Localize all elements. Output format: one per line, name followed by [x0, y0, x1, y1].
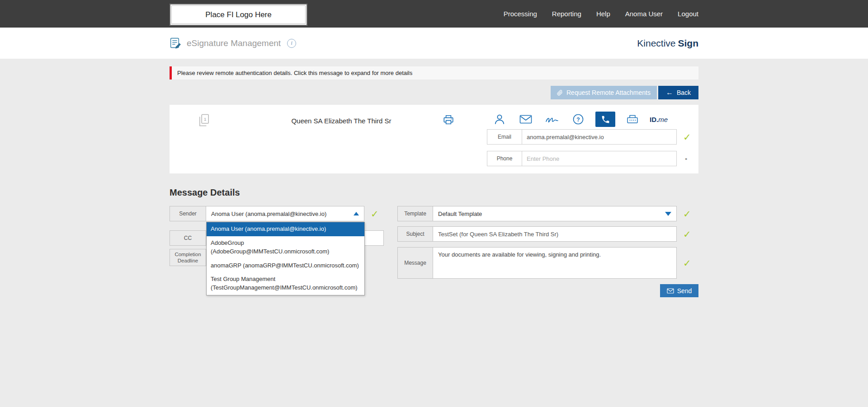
nav-processing[interactable]: Processing — [504, 10, 537, 18]
nav-user-menu[interactable]: Anoma User — [625, 10, 663, 18]
fi-logo-placeholder[interactable]: Place FI Logo Here — [170, 4, 307, 26]
subject-valid-check-icon: ✓ — [683, 229, 691, 239]
auth-fax-icon[interactable] — [623, 112, 642, 127]
sender-option-adobegroup[interactable]: AdobeGroup (AdobeGroup@IMMTestCU.onmicro… — [207, 236, 364, 259]
page-title: eSignature Management — [187, 38, 281, 48]
subject-label: Subject — [397, 226, 433, 242]
chevron-down-icon[interactable] — [665, 212, 671, 216]
back-label: Back — [677, 89, 691, 96]
top-navigation: Processing Reporting Help Anoma User Log… — [504, 0, 698, 28]
svg-text:1: 1 — [204, 117, 206, 122]
sender-valid-check-icon: ✓ — [371, 209, 379, 219]
phone-label: Phone — [487, 151, 522, 166]
phone-row: Phone • — [487, 151, 687, 166]
send-label: Send — [677, 287, 692, 295]
completion-deadline-label: Completion Deadline — [170, 249, 206, 266]
recipient-name: Queen SA Elizabeth The Third Sr — [274, 117, 409, 125]
message-label: Message — [397, 247, 433, 279]
document-stack-icon: 1 — [198, 114, 209, 126]
sender-label: Sender — [170, 206, 206, 221]
send-button[interactable]: Send — [660, 284, 698, 297]
template-value: Default Template — [438, 211, 665, 217]
sender-dropdown[interactable]: Anoma User (anoma.premalal@kinective.io) — [206, 206, 364, 221]
brand-regular: Kinective — [637, 38, 675, 49]
idme-bold: ID. — [650, 116, 658, 123]
subject-row: Subject ✓ — [397, 226, 691, 242]
sender-dropdown-list: Anoma User (anoma.premalal@kinective.io)… — [206, 222, 365, 295]
paperclip-icon — [557, 89, 563, 96]
message-details-form: Sender Anoma User (anoma.premalal@kinect… — [170, 206, 698, 314]
svg-text:?: ? — [576, 117, 580, 123]
nav-help[interactable]: Help — [596, 10, 610, 18]
template-valid-check-icon: ✓ — [683, 209, 691, 219]
auth-question-badge-icon[interactable]: ? — [569, 112, 587, 127]
printer-icon[interactable] — [443, 114, 454, 126]
back-button[interactable]: ← Back — [658, 86, 698, 99]
auth-idme-logo[interactable]: ID.me — [650, 116, 668, 123]
sender-value: Anoma User (anoma.premalal@kinective.io) — [211, 211, 354, 217]
phone-input[interactable] — [522, 151, 676, 166]
recipient-card: 1 Queen SA Elizabeth The Third Sr — [170, 105, 698, 173]
sender-option-test-group-management[interactable]: Test Group Management (TestGroupManageme… — [207, 272, 364, 295]
sender-option-anomagrp[interactable]: anomaGRP (anomaGRP@IMMTestCU.onmicrosoft… — [207, 259, 364, 273]
nav-reporting[interactable]: Reporting — [552, 10, 581, 18]
brand-logo: Kinective Sign — [637, 28, 698, 59]
message-details-heading: Message Details — [170, 187, 698, 198]
auth-method-row: ? — [491, 112, 668, 127]
send-envelope-icon — [667, 288, 674, 294]
chevron-up-icon[interactable] — [354, 212, 359, 215]
email-valid-check-icon: ✓ — [683, 132, 691, 142]
message-value: Your documents are available for viewing… — [438, 251, 671, 258]
info-icon[interactable]: i — [287, 39, 296, 48]
sender-row: Sender Anoma User (anoma.premalal@kinect… — [170, 206, 379, 221]
auth-user-icon[interactable] — [491, 112, 509, 127]
back-arrow-icon: ← — [666, 89, 673, 96]
message-row: Message Your documents are available for… — [397, 247, 691, 279]
auth-email-icon[interactable] — [517, 112, 535, 127]
cc-label: CC — [170, 230, 206, 246]
email-label: Email — [487, 129, 522, 145]
message-valid-check-icon: ✓ — [683, 258, 691, 268]
top-bar: Place FI Logo Here Processing Reporting … — [0, 0, 868, 28]
alert-text: Please review remote authentication deta… — [177, 70, 412, 76]
sender-option-anoma-user[interactable]: Anoma User (anoma.premalal@kinective.io) — [207, 222, 364, 236]
request-remote-attachments-button[interactable]: Request Remote Attachments — [551, 86, 657, 99]
fi-logo-label: Place FI Logo Here — [205, 10, 271, 19]
main-content: Please review remote authentication deta… — [0, 66, 868, 314]
auth-signature-icon[interactable] — [543, 112, 561, 127]
esignature-icon — [170, 37, 182, 49]
email-input[interactable] — [522, 130, 676, 144]
auth-phone-icon[interactable] — [595, 112, 615, 127]
phone-status-dot: • — [685, 155, 687, 162]
nav-logout[interactable]: Logout — [678, 10, 698, 18]
email-row: Email ✓ — [487, 129, 691, 145]
remote-auth-alert[interactable]: Please review remote authentication deta… — [170, 66, 698, 80]
app-header: eSignature Management i Kinective Sign — [0, 28, 868, 59]
template-row: Template Default Template ✓ — [397, 206, 691, 221]
template-label: Template — [397, 206, 433, 221]
idme-italic: me — [658, 116, 668, 123]
action-button-row: Request Remote Attachments ← Back — [170, 86, 698, 99]
request-remote-attachments-label: Request Remote Attachments — [566, 89, 651, 96]
message-textarea[interactable]: Your documents are available for viewing… — [433, 247, 677, 279]
brand-bold: Sign — [678, 38, 699, 49]
subject-field[interactable] — [433, 226, 677, 242]
subject-input[interactable] — [438, 227, 671, 241]
template-dropdown[interactable]: Default Template — [433, 206, 677, 221]
